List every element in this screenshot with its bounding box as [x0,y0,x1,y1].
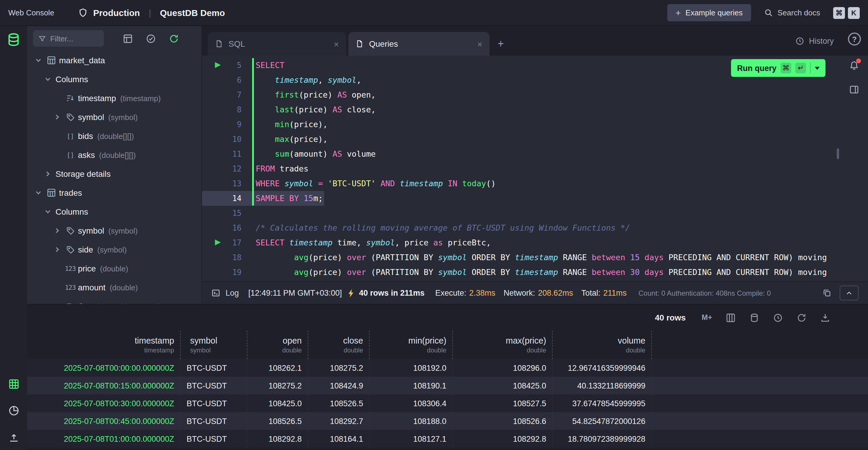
notifications-bell-icon[interactable] [849,60,859,70]
shortcut-keys: ⌘ K [833,7,860,19]
chevron-down-icon[interactable] [33,57,44,63]
tree-item-columns[interactable]: Columns [27,202,202,221]
column-header-min(price)[interactable]: min(price)double [370,331,453,359]
tree-item-side[interactable]: side(symbol) [27,240,202,259]
table-row[interactable]: 2025-07-08T00:00:00.000000ZBTC-USDT10826… [27,359,868,377]
run-query-button[interactable]: Run query ⌘ ↵ [731,59,826,77]
import-icon[interactable] [8,432,20,444]
tree-item-storage-details[interactable]: Storage details [27,164,202,183]
query-history-icon[interactable] [773,312,783,322]
grid-columns-icon[interactable] [726,312,736,322]
chevron-down-icon[interactable] [42,209,53,215]
timestamp-icon [65,302,75,304]
tree-item-timestamp[interactable]: timestamp(timestamp) [27,297,202,304]
column-header-timestamp[interactable]: timestamptimestamp [27,331,181,359]
column-header-symbol[interactable]: symbolsymbol [181,331,247,359]
chevron-right-icon[interactable] [42,171,53,177]
tab-queries[interactable]: Queries × [348,32,490,56]
right-rail: ? [842,26,868,144]
run-line-marker-icon[interactable] [215,240,221,245]
cell-min(price): 108190.1 [370,377,453,394]
chevron-right-icon[interactable] [52,228,63,233]
code-line-13[interactable]: 13WHERE symbol = 'BTC-USDT' AND timestam… [202,176,868,191]
code-line-20[interactable]: 20FROM trades [202,280,868,281]
tree-item-type: (double[][]) [99,150,136,159]
help-button[interactable]: ? [848,32,861,46]
collapse-log-button[interactable] [840,286,859,301]
results-toolbar: 40 rows M+ [27,304,868,331]
code-line-9[interactable]: 9 min(price), [202,117,868,132]
chart-view-icon[interactable] [8,404,20,416]
column-header-close[interactable]: closedouble [308,331,370,359]
filter-input[interactable]: Filter... [33,30,104,47]
refresh-schema-icon[interactable] [169,33,179,44]
sql-editor[interactable]: 5SELECT6 timestamp, symbol,7 first(price… [202,56,868,281]
editor-scrollbar[interactable] [837,148,839,159]
number-icon: 123 [65,284,75,291]
example-queries-button[interactable]: + Example queries [667,4,751,21]
cell-close: 108275.2 [308,359,370,377]
export-data-icon[interactable] [749,312,760,322]
tree-item-label: side [78,245,93,254]
log-bar: Log [12:49:11 PM GMT+03:00] 40 rows in 2… [202,281,868,304]
tree-item-symbol[interactable]: symbol(symbol) [27,221,202,240]
code-line-7[interactable]: 7 first(price) AS open, [202,87,868,102]
close-icon[interactable]: × [477,39,483,49]
table-row[interactable]: 2025-07-08T00:15:00.000000ZBTC-USDT10827… [27,377,868,394]
chevron-down-icon[interactable] [33,190,44,196]
code-line-15[interactable]: 15 [202,206,868,221]
questdb-logo-icon[interactable] [6,32,21,47]
copy-icon[interactable] [823,288,831,298]
chevron-right-icon[interactable] [52,247,63,253]
download-icon[interactable] [820,312,830,322]
topbar: Web Console Production | QuestDB Demo + … [0,0,868,26]
filter-placeholder: Filter... [50,34,73,43]
chevron-down-icon[interactable] [815,66,819,69]
tab-label: SQL [228,39,326,49]
markdown-copy-icon[interactable]: M+ [702,313,712,322]
check-circle-icon[interactable] [146,33,156,44]
tree-item-type: (symbol) [108,113,138,121]
code-line-17[interactable]: 17SELECT timestamp time, symbol, price a… [202,235,868,250]
side-panel-icon[interactable] [849,85,859,94]
chevron-right-icon[interactable] [52,114,63,120]
column-header-open[interactable]: opendouble [247,331,308,359]
tag-icon [65,113,75,121]
instance-badge[interactable]: Production | QuestDB Demo [78,8,225,18]
tree-item-asks[interactable]: []asks(double[][]) [27,145,202,164]
tree-item-amount[interactable]: 123amount(double) [27,278,202,297]
history-button[interactable]: History [795,26,834,56]
code-line-18[interactable]: 18 avg(price) over (PARTITION BY symbol … [202,250,868,265]
tree-item-price[interactable]: 123price(double) [27,259,202,278]
code-line-14[interactable]: 14SAMPLE BY 15m; [202,191,868,206]
table-row[interactable]: 2025-07-08T00:45:00.000000ZBTC-USDT10852… [27,412,868,430]
code-line-8[interactable]: 8 last(price) AS close, [202,102,868,117]
grid-view-icon[interactable] [8,378,20,390]
tree-item-timestamp[interactable]: timestamp(timestamp) [27,89,202,108]
code-line-16[interactable]: 16/* Calculates the rolling moving avera… [202,221,868,235]
run-line-marker-icon[interactable] [215,62,221,68]
code-line-10[interactable]: 10 max(price), [202,132,868,147]
tree-item-market_data[interactable]: market_data [27,51,202,70]
tree-item-columns[interactable]: Columns [27,70,202,89]
table-row[interactable]: 2025-07-08T00:30:00.000000ZBTC-USDT10842… [27,394,868,412]
add-table-icon[interactable] [123,33,133,44]
column-header-max(price)[interactable]: max(price)double [453,331,553,359]
new-tab-button[interactable]: + [492,32,509,56]
tree-item-symbol[interactable]: symbol(symbol) [27,108,202,126]
tree-item-trades[interactable]: trades [27,183,202,202]
code-line-11[interactable]: 11 sum(amount) AS volume [202,147,868,162]
chevron-down-icon[interactable] [42,76,53,82]
log-label[interactable]: Log [225,288,239,298]
search-docs-button[interactable]: Search docs [764,8,820,17]
refresh-results-icon[interactable] [797,312,807,322]
code-line-19[interactable]: 19 avg(price) over (PARTITION BY symbol … [202,265,868,280]
line-number: 17 [232,235,242,250]
tab-sql[interactable]: SQL × [208,32,346,56]
column-header-volume[interactable]: volumedouble [553,331,652,359]
line-number: 15 [232,206,242,221]
table-row[interactable]: 2025-07-08T01:00:00.000000ZBTC-USDT10829… [27,430,868,448]
close-icon[interactable]: × [334,39,339,49]
tree-item-bids[interactable]: []bids(double[][]) [27,126,202,145]
code-line-12[interactable]: 12FROM trades [202,162,868,176]
